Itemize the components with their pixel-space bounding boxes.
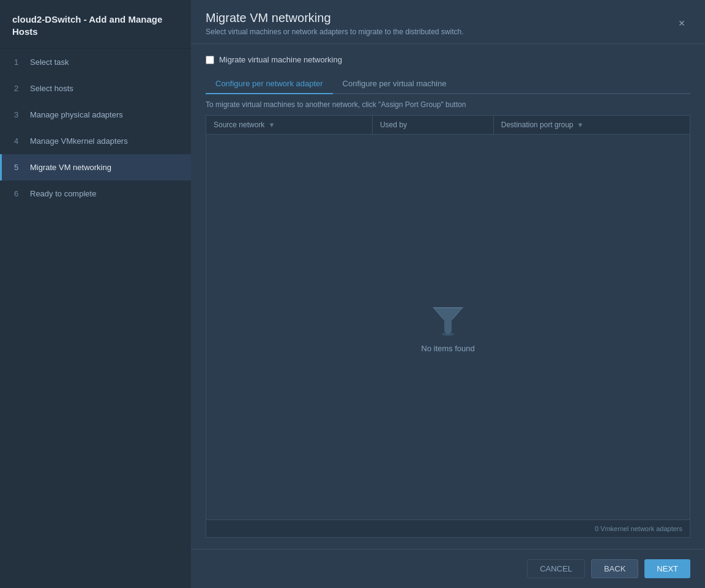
source-network-filter-icon[interactable]: ▼ (268, 121, 275, 128)
dialog-title: Migrate VM networking (206, 11, 464, 25)
column-used-by-label: Used by (380, 121, 407, 129)
sidebar-item-3[interactable]: 3Manage physical adapters (0, 102, 191, 128)
step-num-1: 1 (14, 58, 23, 67)
dialog-header-left: Migrate VM networking Select virtual mac… (206, 11, 464, 36)
svg-marker-0 (433, 307, 463, 332)
empty-text: No items found (421, 344, 474, 353)
step-label-2: Select hosts (30, 84, 73, 93)
cancel-button[interactable]: CANCEL (527, 559, 585, 578)
main-content: Migrate VM networking Select virtual mac… (191, 0, 705, 588)
tab-configure-per-adapter[interactable]: Configure per network adapter (206, 74, 333, 94)
wizard-container: cloud2-DSwitch - Add and Manage Hosts 1S… (0, 0, 705, 588)
column-source-network: Source network ▼ (206, 116, 373, 134)
sidebar-item-5[interactable]: 5Migrate VM networking (0, 154, 191, 180)
step-num-5: 5 (14, 163, 23, 172)
step-num-4: 4 (14, 136, 23, 146)
migrate-networking-checkbox[interactable] (206, 56, 214, 64)
sidebar-item-4[interactable]: 4Manage VMkernel adapters (0, 128, 191, 154)
empty-state: No items found (421, 301, 474, 353)
sidebar-items: 1Select task2Select hosts3Manage physica… (0, 49, 191, 207)
step-label-1: Select task (30, 58, 69, 67)
sidebar-item-1[interactable]: 1Select task (0, 49, 191, 75)
tab-configure-per-vm[interactable]: Configure per virtual machine (333, 74, 457, 94)
dialog-subtitle: Select virtual machines or network adapt… (206, 28, 464, 36)
step-label-5: Migrate VM networking (30, 163, 111, 172)
table-footer-status: 0 Vmkernel network adapters (206, 519, 690, 537)
step-num-6: 6 (14, 189, 23, 198)
close-button[interactable]: × (673, 15, 690, 32)
info-text: To migrate virtual machines to another n… (206, 94, 690, 115)
column-used-by: Used by (373, 116, 494, 134)
migrate-networking-checkbox-row: Migrate virtual machine networking (206, 55, 690, 64)
tabs-bar: Configure per network adapter Configure … (206, 74, 690, 94)
step-num-2: 2 (14, 84, 23, 93)
migrate-networking-label[interactable]: Migrate virtual machine networking (219, 55, 342, 64)
step-label-3: Manage physical adapters (30, 110, 123, 119)
sidebar-item-2[interactable]: 2Select hosts (0, 75, 191, 102)
svg-point-3 (442, 332, 454, 336)
column-destination-port-group: Destination port group ▼ (494, 116, 690, 134)
sidebar: cloud2-DSwitch - Add and Manage Hosts 1S… (0, 0, 191, 588)
empty-funnel-icon (430, 301, 466, 338)
next-button[interactable]: NEXT (644, 559, 690, 578)
step-label-4: Manage VMkernel adapters (30, 136, 128, 146)
column-destination-port-group-label: Destination port group (501, 121, 573, 129)
destination-filter-icon[interactable]: ▼ (577, 121, 584, 128)
table-body: No items found (206, 135, 690, 519)
table-wrapper: Source network ▼ Used by Destination por… (206, 115, 690, 538)
dialog-header: Migrate VM networking Select virtual mac… (191, 0, 705, 44)
back-button[interactable]: BACK (591, 559, 638, 578)
step-label-6: Ready to complete (30, 189, 96, 198)
sidebar-item-6[interactable]: 6Ready to complete (0, 180, 191, 207)
content-area: Migrate virtual machine networking Confi… (191, 44, 705, 549)
table-header: Source network ▼ Used by Destination por… (206, 116, 690, 135)
sidebar-title: cloud2-DSwitch - Add and Manage Hosts (0, 0, 191, 49)
column-source-network-label: Source network (214, 121, 264, 129)
step-num-3: 3 (14, 110, 23, 119)
dialog-footer: CANCEL BACK NEXT (191, 549, 705, 588)
